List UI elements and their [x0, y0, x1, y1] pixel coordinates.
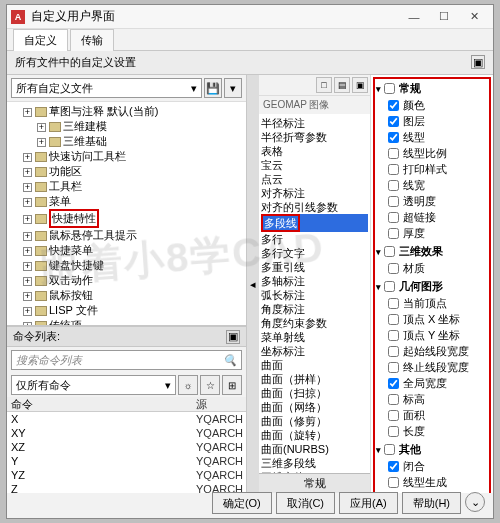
tree-item[interactable]: +键盘快捷键 — [9, 258, 244, 273]
prop-checkbox[interactable] — [388, 362, 399, 373]
ok-button[interactable]: 确定(O) — [212, 492, 272, 514]
prop-item[interactable]: 打印样式 — [376, 161, 488, 177]
prop-group-header[interactable]: 其他 — [376, 441, 488, 458]
tree-item[interactable]: +LISP 文件 — [9, 303, 244, 318]
file-menu-button[interactable]: ▾ — [224, 78, 242, 98]
entity-list-item[interactable]: 半径标注 — [261, 116, 368, 130]
entity-list-item[interactable]: 曲面（扫掠） — [261, 386, 368, 400]
command-row[interactable]: YYQARCH — [7, 454, 246, 468]
file-combo[interactable]: 所有自定义文件 ▾ — [11, 78, 202, 98]
splitter[interactable]: ◂ — [247, 75, 259, 493]
prop-item[interactable]: 当前顶点 — [376, 295, 488, 311]
tree-item[interactable]: +工具栏 — [9, 179, 244, 194]
entity-list-item[interactable]: 弧长标注 — [261, 288, 368, 302]
command-row[interactable]: XYQARCH — [7, 412, 246, 426]
entity-list-item[interactable]: 曲面 — [261, 358, 368, 372]
prop-checkbox[interactable] — [388, 100, 399, 111]
entity-list-item[interactable]: 菜单射线 — [261, 330, 368, 344]
filter-btn-2[interactable]: ☆ — [200, 375, 220, 395]
prop-checkbox[interactable] — [388, 196, 399, 207]
command-row[interactable]: XZYQARCH — [7, 440, 246, 454]
command-row[interactable]: XYYQARCH — [7, 426, 246, 440]
filter-combo[interactable]: 仅所有命令 ▾ — [11, 375, 176, 395]
tree-item[interactable]: +菜单 — [9, 194, 244, 209]
command-row[interactable]: YZYQARCH — [7, 468, 246, 482]
command-table[interactable]: 命令 源 XYQARCHXYYQARCHXZYQARCHYYQARCHYZYQA… — [7, 397, 246, 493]
entity-list[interactable]: 半径标注半径折弯参数表格宝云点云对齐标注对齐的引线参数多段线多行多行文字多重引线… — [259, 114, 370, 473]
prop-checkbox[interactable] — [388, 132, 399, 143]
prop-item[interactable]: 图层 — [376, 113, 488, 129]
prop-item[interactable]: 线型 — [376, 129, 488, 145]
prop-item[interactable]: 闭合 — [376, 458, 488, 474]
save-file-button[interactable]: 💾 — [204, 78, 222, 98]
toolbar-btn-2[interactable]: ▤ — [334, 77, 350, 93]
expand-button[interactable]: ⌄ — [465, 492, 485, 512]
maximize-button[interactable]: ☐ — [429, 7, 459, 27]
apply-button[interactable]: 应用(A) — [339, 492, 398, 514]
entity-list-item[interactable]: 宝云 — [261, 158, 368, 172]
prop-checkbox[interactable] — [388, 346, 399, 357]
command-row[interactable]: ZYQARCH — [7, 482, 246, 493]
prop-checkbox[interactable] — [388, 394, 399, 405]
entity-list-item[interactable]: 多重引线 — [261, 260, 368, 274]
prop-item[interactable]: 终止线段宽度 — [376, 359, 488, 375]
prop-checkbox[interactable] — [388, 477, 399, 488]
entity-list-item[interactable]: 曲面（旋转） — [261, 428, 368, 442]
prop-item[interactable]: 长度 — [376, 423, 488, 439]
tab-customize[interactable]: 自定义 — [13, 29, 68, 51]
toolbar-btn-1[interactable]: □ — [316, 77, 332, 93]
entity-list-item[interactable]: 点云 — [261, 172, 368, 186]
entity-list-item[interactable]: 多段线 — [261, 214, 368, 232]
entity-list-item[interactable]: 曲面（网络） — [261, 400, 368, 414]
entity-list-item[interactable]: 半径折弯参数 — [261, 130, 368, 144]
prop-item[interactable]: 颜色 — [376, 97, 488, 113]
entity-list-item[interactable]: 曲面（拼样） — [261, 372, 368, 386]
close-button[interactable]: ✕ — [459, 7, 489, 27]
filter-btn-1[interactable]: ☼ — [178, 375, 198, 395]
entity-list-item[interactable]: 坐标标注 — [261, 344, 368, 358]
tree-item[interactable]: +快捷特性 — [9, 209, 244, 228]
customization-tree[interactable]: +草图与注释 默认(当前)+三维建模+三维基础+快速访问工具栏+功能区+工具栏+… — [7, 102, 246, 326]
entity-list-item[interactable]: 角度标注 — [261, 302, 368, 316]
prop-item[interactable]: 材质 — [376, 260, 488, 276]
prop-group-header[interactable]: 常规 — [376, 80, 488, 97]
prop-checkbox[interactable] — [388, 378, 399, 389]
prop-checkbox[interactable] — [388, 298, 399, 309]
prop-item[interactable]: 线宽 — [376, 177, 488, 193]
entity-list-item[interactable]: 多轴标注 — [261, 274, 368, 288]
tree-item[interactable]: +传统项 — [9, 318, 244, 326]
tree-item[interactable]: +三维建模 — [9, 119, 244, 134]
entity-list-item[interactable]: 曲面(NURBS) — [261, 442, 368, 456]
tree-item[interactable]: +三维基础 — [9, 134, 244, 149]
entity-list-item[interactable]: 表格 — [261, 144, 368, 158]
collapse-panel-button[interactable]: ▣ — [471, 55, 485, 69]
prop-item[interactable]: 厚度 — [376, 225, 488, 241]
prop-item[interactable]: 超链接 — [376, 209, 488, 225]
prop-checkbox[interactable] — [388, 314, 399, 325]
tree-item[interactable]: +功能区 — [9, 164, 244, 179]
entity-list-item[interactable]: 角度约束参数 — [261, 316, 368, 330]
entity-list-item[interactable]: 对齐标注 — [261, 186, 368, 200]
prop-checkbox[interactable] — [388, 410, 399, 421]
prop-item[interactable]: 面积 — [376, 407, 488, 423]
prop-checkbox[interactable] — [388, 461, 399, 472]
entity-list-item[interactable]: 多行文字 — [261, 246, 368, 260]
collapse-cmdlist-button[interactable]: ▣ — [226, 330, 240, 344]
minimize-button[interactable]: — — [399, 7, 429, 27]
prop-item[interactable]: 全局宽度 — [376, 375, 488, 391]
help-button[interactable]: 帮助(H) — [402, 492, 461, 514]
prop-checkbox[interactable] — [388, 330, 399, 341]
entity-list-item[interactable]: 三维多段线 — [261, 456, 368, 470]
prop-checkbox[interactable] — [388, 263, 399, 274]
entity-list-item[interactable]: 曲面（修剪） — [261, 414, 368, 428]
filter-btn-3[interactable]: ⊞ — [222, 375, 242, 395]
entity-list-item[interactable]: 对齐的引线参数 — [261, 200, 368, 214]
prop-item[interactable]: 线型生成 — [376, 474, 488, 490]
prop-checkbox[interactable] — [388, 180, 399, 191]
toolbar-btn-3[interactable]: ▣ — [352, 77, 368, 93]
tab-transfer[interactable]: 传输 — [70, 29, 114, 51]
prop-checkbox[interactable] — [388, 228, 399, 239]
tree-item[interactable]: +草图与注释 默认(当前) — [9, 104, 244, 119]
prop-item[interactable]: 顶点 Y 坐标 — [376, 327, 488, 343]
prop-checkbox[interactable] — [388, 426, 399, 437]
